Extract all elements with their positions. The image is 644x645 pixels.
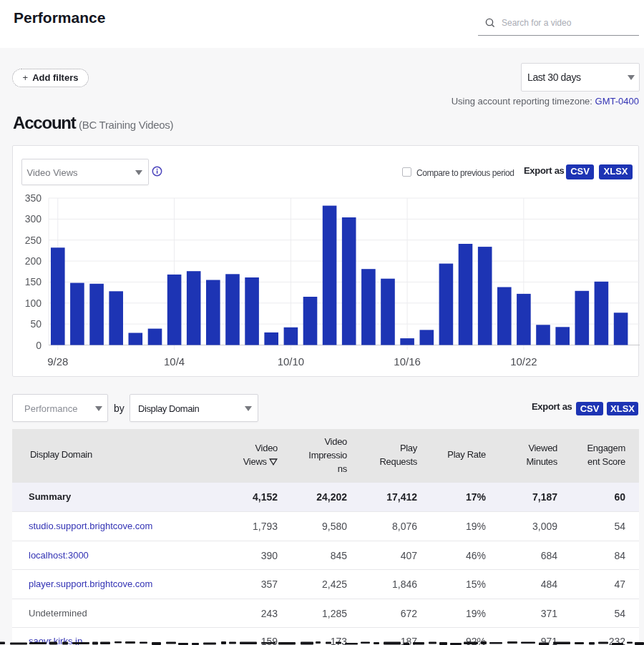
- svg-text:300: 300: [25, 213, 42, 225]
- svg-text:250: 250: [25, 235, 42, 246]
- svg-text:50: 50: [30, 318, 42, 330]
- svg-text:100: 100: [25, 297, 42, 309]
- svg-text:10/10: 10/10: [278, 355, 305, 368]
- svg-text:0: 0: [36, 340, 42, 351]
- svg-text:200: 200: [25, 255, 42, 267]
- svg-text:9/28: 9/28: [47, 355, 68, 368]
- svg-text:10/4: 10/4: [164, 355, 185, 368]
- svg-text:350: 350: [25, 192, 42, 204]
- svg-text:10/22: 10/22: [510, 355, 537, 368]
- svg-text:10/16: 10/16: [394, 355, 421, 368]
- svg-text:150: 150: [25, 276, 42, 287]
